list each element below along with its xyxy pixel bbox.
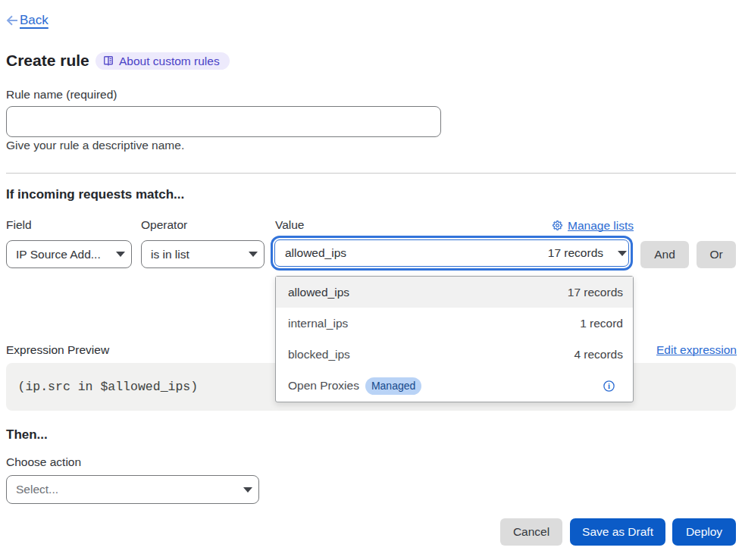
- svg-text:i: i: [608, 382, 610, 390]
